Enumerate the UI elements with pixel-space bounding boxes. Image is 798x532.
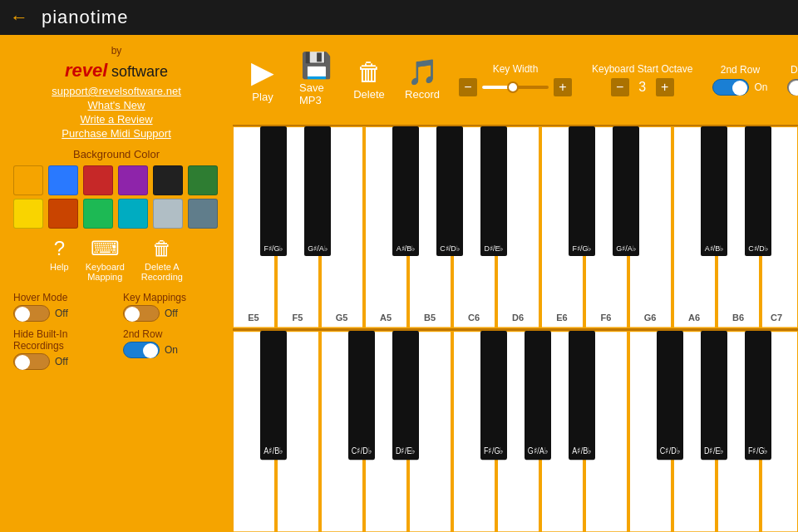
svg-text:F♯/G♭: F♯/G♭: [484, 446, 504, 456]
hover-mode-setting: Hover Mode Off: [13, 292, 110, 322]
hover-mode-label: Hover Mode: [13, 292, 110, 303]
save-mp3-button[interactable]: 💾 Save MP3: [299, 53, 332, 106]
play-icon: ▶: [251, 57, 274, 87]
color-swatch-blue[interactable]: [48, 165, 78, 195]
svg-rect-15: [392, 126, 419, 256]
delete-recording-icon: 🗑: [152, 237, 172, 260]
svg-text:F6: F6: [601, 313, 612, 323]
piano-bottom-row: A♯/B♭ C♯/D♭ D♯/E♭ F♯/G♭ G♯/A♭ A♯/B♭ C♯/D…: [233, 331, 798, 533]
second-row-label: 2nd Row: [123, 328, 219, 340]
svg-text:G♯/A♭: G♯/A♭: [528, 446, 549, 456]
svg-rect-64: [701, 331, 727, 460]
save-mp3-icon: 💾: [301, 53, 332, 78]
keyboard-label: KeyboardMapping: [86, 262, 125, 282]
main-layout: by revel software support@revelsoftware.…: [0, 35, 798, 532]
color-grid: [13, 165, 219, 229]
svg-rect-14: [304, 126, 331, 256]
purchase-midi-link[interactable]: Purchase Midi Support: [13, 127, 219, 140]
delete-recording-button[interactable]: 🗑 Delete ARecording: [141, 237, 183, 282]
sidebar-settings: Hover Mode Off Key Mappings Off: [13, 292, 219, 370]
svg-text:C7: C7: [771, 313, 782, 323]
octave-increase[interactable]: +: [656, 78, 674, 96]
svg-text:C♯/D♭: C♯/D♭: [352, 446, 372, 456]
svg-text:D♯/E♭: D♯/E♭: [485, 244, 504, 253]
sidebar-tools: ? Help ⌨ KeyboardMapping 🗑 Delete ARecor…: [13, 237, 219, 282]
key-width-increase[interactable]: +: [554, 78, 572, 96]
key-width-control: Key Width − +: [459, 63, 572, 96]
color-swatch-black[interactable]: [153, 165, 183, 195]
key-mappings-toggle[interactable]: [123, 305, 160, 322]
svg-text:E6: E6: [556, 313, 567, 323]
keyboard-start-octave-label: Keyboard Start Octave: [592, 63, 692, 75]
color-swatch-orange[interactable]: [13, 165, 43, 195]
revel-text: revel: [65, 60, 107, 81]
svg-text:B5: B5: [424, 313, 436, 323]
whats-new-link[interactable]: What's New: [13, 99, 219, 111]
svg-rect-21: [745, 126, 771, 256]
color-swatch-darkorange[interactable]: [48, 199, 78, 229]
header: ← pianotime: [0, 0, 798, 35]
second-row-toolbar-value: On: [754, 81, 767, 93]
keyboard-mapping-button[interactable]: ⌨ KeyboardMapping: [86, 237, 125, 282]
svg-text:F♯/G♭: F♯/G♭: [573, 244, 592, 253]
write-review-link[interactable]: Write a Review: [13, 113, 219, 126]
color-swatch-green[interactable]: [188, 165, 218, 195]
hide-recordings-toggle[interactable]: [13, 353, 50, 370]
svg-rect-60: [480, 331, 507, 460]
color-swatch-brightgreen[interactable]: [83, 199, 113, 229]
svg-text:D6: D6: [512, 313, 524, 323]
svg-rect-58: [348, 331, 375, 460]
second-row-toggle[interactable]: [123, 342, 160, 358]
svg-rect-65: [745, 331, 771, 460]
svg-text:C6: C6: [468, 313, 480, 323]
svg-text:C♯/D♭: C♯/D♭: [660, 446, 681, 456]
octave-decrease[interactable]: −: [611, 78, 629, 96]
svg-rect-16: [436, 126, 463, 256]
key-mappings-setting: Key Mappings Off: [123, 292, 219, 322]
piano-area: F♯/G♭ G♯/A♭ A♯/B♭ C♯/D♭ D♯/E♭ F♯/G♭ G♯/A…: [233, 126, 798, 532]
svg-rect-61: [525, 331, 551, 460]
key-mappings-value: Off: [165, 308, 178, 319]
svg-rect-62: [569, 331, 595, 460]
color-swatch-yellow[interactable]: [13, 199, 43, 229]
delete-label: Delete: [353, 88, 385, 101]
svg-text:A♯/B♭: A♯/B♭: [264, 446, 283, 456]
sidebar-by: by: [13, 45, 219, 57]
key-width-slider[interactable]: [482, 86, 549, 89]
key-width-decrease[interactable]: −: [459, 78, 477, 96]
color-swatch-red[interactable]: [83, 165, 113, 195]
key-width-label: Key Width: [493, 63, 539, 75]
svg-text:A6: A6: [688, 313, 700, 323]
svg-rect-13: [260, 126, 287, 256]
record-icon: 🎵: [407, 60, 438, 85]
software-text: software: [111, 63, 168, 80]
hover-mode-toggle[interactable]: [13, 305, 50, 322]
second-row-toolbar-toggle[interactable]: [712, 79, 749, 96]
toolbar: ▶ Play 💾 Save MP3 🗑 Delete 🎵 Record Key …: [233, 35, 798, 126]
delete-button[interactable]: 🗑 Delete: [352, 60, 386, 101]
play-button[interactable]: ▶ Play: [246, 57, 279, 103]
octave-value: 3: [634, 80, 651, 95]
svg-rect-18: [569, 126, 595, 256]
duet-mode-label: Duet Mode: [791, 64, 798, 76]
svg-rect-19: [613, 126, 639, 256]
color-swatch-purple[interactable]: [118, 165, 148, 195]
duet-mode-toggle[interactable]: [787, 79, 798, 96]
revel-logo: revel software: [13, 60, 219, 81]
back-button[interactable]: ←: [10, 7, 28, 28]
svg-rect-57: [260, 331, 287, 460]
app-title: pianotime: [42, 7, 128, 28]
keyboard-icon: ⌨: [91, 237, 120, 260]
svg-text:D♯/E♭: D♯/E♭: [396, 446, 416, 456]
color-swatch-steel[interactable]: [188, 199, 218, 229]
keyboard-start-octave-control: Keyboard Start Octave − 3 +: [592, 63, 692, 96]
color-swatch-teal[interactable]: [118, 199, 148, 229]
color-swatch-silver[interactable]: [153, 199, 183, 229]
piano-top-svg: F♯/G♭ G♯/A♭ A♯/B♭ C♯/D♭ D♯/E♭ F♯/G♭ G♯/A…: [233, 126, 798, 328]
help-button[interactable]: ? Help: [50, 237, 69, 282]
svg-text:A♯/B♭: A♯/B♭: [572, 446, 592, 456]
svg-text:C♯/D♭: C♯/D♭: [440, 244, 459, 253]
hover-mode-value: Off: [55, 308, 68, 319]
email-link[interactable]: support@revelsoftware.net: [13, 85, 219, 97]
record-button[interactable]: 🎵 Record: [406, 60, 439, 101]
